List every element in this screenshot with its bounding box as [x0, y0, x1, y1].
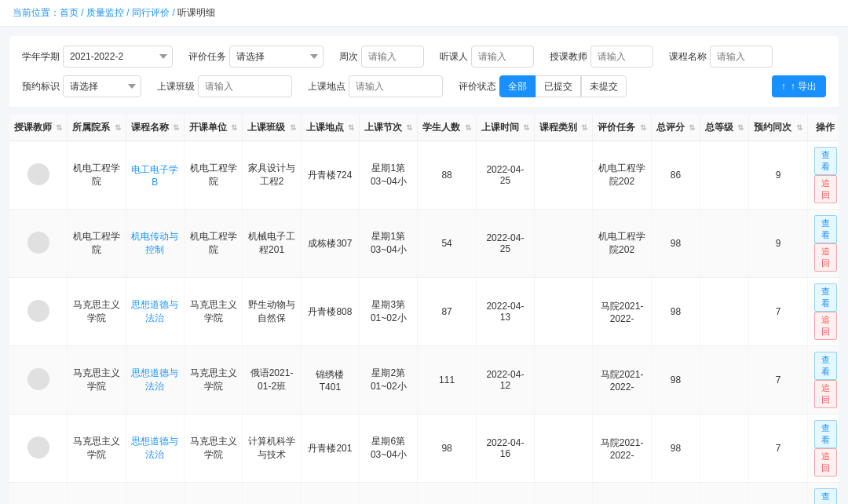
breadcrumb-home[interactable]: 当前位置：首页: [13, 7, 79, 18]
cell-task: 机电工程学院202: [593, 210, 651, 278]
cell-task: 马院2021-2022-: [593, 346, 651, 415]
cell-course: 思想道德与法治: [126, 415, 184, 483]
cancel-button[interactable]: 追回: [814, 175, 837, 203]
export-button[interactable]: ↑ ↑ 导出: [772, 75, 826, 97]
view-button[interactable]: 查看: [814, 352, 837, 380]
course-name-label: 课程名称: [669, 50, 707, 64]
cell-students: 54: [418, 210, 476, 278]
status-filter: 全部 已提交 未提交: [499, 75, 627, 97]
cell-action: 查看 追回: [807, 278, 839, 346]
location-input[interactable]: [349, 75, 443, 97]
cell-class: 计算机科学与技术: [243, 415, 301, 483]
cell-unit: 马克思主义学院: [185, 278, 243, 346]
cell-location: 理学楼507: [301, 483, 359, 505]
cell-unit: 马克思主义学院: [185, 415, 243, 483]
cell-action: 查看 追回: [807, 346, 839, 415]
cell-teacher: [9, 141, 68, 210]
breadcrumb-detail: 听课明细: [177, 7, 215, 18]
cell-score: 98: [651, 415, 700, 483]
cancel-button[interactable]: 追回: [814, 380, 837, 408]
cell-time: 2022-04-25: [476, 141, 534, 210]
eval-task-label: 评价任务: [188, 50, 226, 64]
cell-teacher: [9, 415, 68, 483]
status-all-btn[interactable]: 全部: [499, 75, 535, 97]
cell-teacher: [9, 278, 68, 346]
col-section[interactable]: 上课节次 ⇅: [360, 115, 418, 141]
cell-students: 111: [418, 346, 476, 415]
view-button[interactable]: 查看: [814, 420, 837, 448]
teacher-label: 授课教师: [550, 50, 587, 64]
cell-section: 星期3第01~02小: [360, 278, 418, 346]
cell-type: [535, 415, 593, 483]
listener-input[interactable]: [471, 46, 534, 68]
cell-time: 2022-04-25: [476, 483, 534, 505]
cell-score: 98: [651, 278, 700, 346]
class-label: 上课班级: [157, 80, 195, 93]
cell-grade: [700, 141, 749, 210]
cell-class: 林学类（成培实验: [243, 483, 301, 505]
cell-class: 俄语2021-01-2班: [243, 346, 301, 415]
breadcrumb-peer[interactable]: 同行评价: [132, 7, 170, 18]
view-button[interactable]: 查看: [814, 215, 837, 243]
appointment-tag-select[interactable]: 请选择: [63, 75, 141, 97]
teacher-input[interactable]: [590, 46, 653, 68]
cell-unit: 机电工程学院: [185, 141, 243, 210]
cell-students: 87: [418, 278, 476, 346]
listener-label: 听课人: [440, 50, 468, 64]
cell-appoint: 7: [749, 415, 807, 483]
view-button[interactable]: 查看: [814, 283, 837, 312]
col-course[interactable]: 课程名称 ⇅: [126, 115, 184, 141]
col-score[interactable]: 总评分 ⇅: [651, 115, 700, 141]
cell-time: 2022-04-12: [476, 346, 534, 415]
col-students[interactable]: 学生人数 ⇅: [418, 115, 476, 141]
col-grade[interactable]: 总等级 ⇅: [700, 115, 749, 141]
view-button[interactable]: 查看: [814, 488, 837, 504]
cell-type: [535, 483, 593, 505]
cancel-button[interactable]: 追回: [814, 448, 837, 477]
cell-dept: 马克思主义学院: [68, 278, 126, 346]
breadcrumb: 当前位置：首页 / 质量监控 / 同行评价 / 听课明细: [0, 0, 848, 27]
cell-course: 思想道德与法治: [126, 278, 184, 346]
cell-appoint: 9: [749, 483, 807, 505]
cell-students: 88: [418, 141, 476, 210]
school-year-select[interactable]: 2021-2022-2: [63, 46, 173, 68]
col-dept[interactable]: 所属院系 ⇅: [68, 115, 126, 141]
cell-task: 化资学院同行评审: [593, 483, 651, 505]
col-class[interactable]: 上课班级 ⇅: [243, 115, 301, 141]
breadcrumb-quality[interactable]: 质量监控: [86, 7, 124, 18]
cell-class: 野生动物与自然保: [243, 278, 301, 346]
view-button[interactable]: 查看: [814, 147, 837, 175]
cell-section: 星期1第01~04小: [360, 483, 418, 505]
status-submitted-btn[interactable]: 已提交: [535, 75, 581, 97]
table-row: 机电工程学院机电传动与控制机电工程学院机械电子工程201成栋楼307星期1第03…: [9, 210, 839, 278]
cell-grade: [700, 346, 749, 415]
col-time[interactable]: 上课时间 ⇅: [476, 115, 534, 141]
cell-type: [535, 210, 593, 278]
table-row: 机电工程学院电工电子学B机电工程学院家具设计与工程2丹青楼724星期1第03~0…: [9, 141, 839, 210]
cell-dept: 马克思主义学院: [68, 346, 126, 415]
col-location[interactable]: 上课地点 ⇅: [301, 115, 359, 141]
col-appoint[interactable]: 预约同次 ⇅: [749, 115, 807, 141]
cell-section: 星期2第01~02小: [360, 346, 418, 415]
cell-section: 星期1第03~04小: [360, 210, 418, 278]
cell-action: 查看 追回: [807, 415, 839, 483]
class-input[interactable]: [198, 75, 292, 97]
eval-task-select[interactable]: 请选择: [229, 46, 323, 68]
col-type[interactable]: 课程类别 ⇅: [535, 115, 593, 141]
cell-unit: 马克思主义学院: [185, 346, 243, 415]
col-teacher[interactable]: 授课教师 ⇅: [9, 115, 68, 141]
cell-time: 2022-04-13: [476, 278, 534, 346]
cancel-button[interactable]: 追回: [814, 243, 837, 272]
appointment-tag-label: 预约标识: [22, 80, 60, 93]
cell-type: [535, 141, 593, 210]
course-name-input[interactable]: [710, 46, 773, 68]
col-task[interactable]: 评价任务 ⇅: [593, 115, 651, 141]
cell-appoint: 7: [749, 278, 807, 346]
col-unit[interactable]: 开课单位 ⇅: [185, 115, 243, 141]
cancel-button[interactable]: 追回: [814, 312, 837, 340]
cell-teacher: [9, 346, 68, 415]
status-not-submitted-btn[interactable]: 未提交: [581, 75, 627, 97]
week-input[interactable]: [361, 46, 424, 68]
cell-section: 星期6第03~04小: [360, 415, 418, 483]
table-row: 马克思主义学院思想道德与法治马克思主义学院俄语2021-01-2班锦绣楼T401…: [9, 346, 839, 415]
